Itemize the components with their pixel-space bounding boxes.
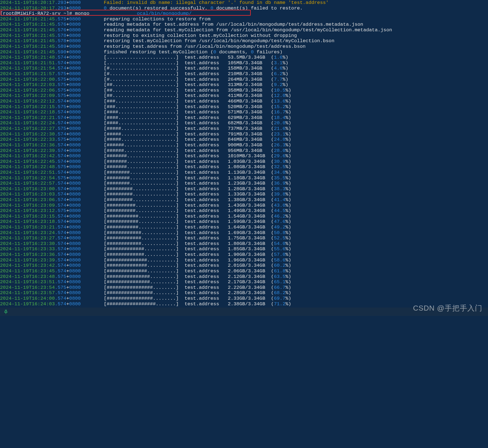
log-message: failures) [254, 49, 283, 55]
collection-name: test.address [184, 126, 228, 131]
timestamp-tz: 0800 [69, 71, 81, 77]
timestamp-tz: 0800 [69, 279, 81, 285]
log-number: 0 [213, 49, 216, 55]
progress-bar: [##############..........] [104, 268, 184, 274]
timestamp-tz: 0800 [69, 301, 81, 307]
progress-line: 2024-11-19T16:22:03.575+0800 [##........… [0, 82, 488, 88]
pct-close: %) [285, 219, 291, 224]
progress-bar: [#######.................] [104, 164, 184, 170]
pct-open: ( [271, 126, 274, 131]
progress-bar: [############............] [104, 241, 184, 246]
timestamp-ms: .574 [55, 159, 66, 164]
transfer-size: 1.80GB/3.34GB [228, 241, 271, 246]
progress-line: 2024-11-19T16:23:48.575+0800 [##########… [0, 274, 488, 280]
timestamp-plus: + [66, 258, 69, 263]
collection-name: test.address [184, 153, 228, 159]
collection-name: test.address [184, 104, 228, 109]
transfer-size: 105MB/3.34GB [228, 60, 271, 66]
collection-name: test.address [184, 274, 228, 279]
timestamp-ms: .575 [55, 274, 66, 279]
progress-bar: [###.....................] [104, 104, 184, 109]
log-message: document(s) restored successfully. [107, 6, 210, 11]
progress-bar: [##########..............] [104, 208, 184, 213]
timestamp-plus: + [66, 33, 69, 38]
pin-icon[interactable] [3, 309, 8, 314]
collection-name: test.address [184, 148, 228, 153]
progress-bar: [########................] [104, 181, 184, 186]
progress-line: 2024-11-19T16:23:57.574+0800 [##########… [0, 290, 488, 296]
timestamp-ms: .574 [55, 258, 66, 263]
percent-value: 52.5 [274, 235, 285, 241]
timestamp-plus: + [66, 208, 69, 213]
timestamp-plus: + [66, 55, 69, 60]
progress-bar: [#########...............] [104, 197, 184, 202]
progress-line: 2024-11-19T16:24:00.574+0800 [##########… [0, 296, 488, 301]
shell-prompt: [root@MiWiFi-RA72-srv ~]# [0, 11, 75, 16]
command-path: ocal/bin/mongodump/ [137, 11, 192, 16]
progress-bar: [#######.................] [104, 153, 184, 159]
pct-open: ( [271, 120, 274, 126]
timestamp-plus: + [66, 71, 69, 77]
timestamp-ms: .575 [55, 208, 66, 213]
timestamp-ms: .293 [55, 6, 66, 11]
collection-name: test.address [184, 219, 228, 224]
timestamp: 2024-11-19T16:22:00 [0, 77, 55, 82]
timestamp-tz: 0800 [69, 44, 81, 49]
command-prompt-line[interactable]: [root@MiWiFi-RA72-srv ~]# mongoocal/bin/… [0, 11, 488, 16]
progress-line: 2024-11-19T16:23:03.574+0800 [#########.… [0, 192, 488, 197]
timestamp-plus: + [66, 132, 69, 137]
pct-close: %) [285, 175, 291, 181]
timestamp: 2024-11-19T16:21:54 [0, 66, 55, 71]
timestamp: 2024-11-19T16:23:12 [0, 208, 55, 213]
timestamp: 2024-11-19T16:23:33 [0, 246, 55, 252]
log-line: 2024-11-19T16:20:17.293+0800 Failed: inv… [0, 0, 488, 6]
timestamp-ms: .578 [55, 33, 66, 38]
timestamp: 2024-11-19T16:22:03 [0, 82, 55, 87]
percent-value: 71.2 [274, 301, 285, 307]
timestamp-plus: + [66, 290, 69, 296]
log-message: finished restoring test.myCollection ( [104, 49, 213, 55]
pct-close: %) [285, 159, 291, 164]
terminal-output[interactable]: 2024-11-19T16:20:17.293+0800 Failed: inv… [0, 0, 488, 307]
progress-bar: [#############...........] [104, 246, 184, 252]
transfer-size: 1010MB/3.34GB [228, 153, 271, 159]
progress-bar: [###############.........] [104, 274, 184, 279]
progress-bar: [#####...................] [104, 137, 184, 142]
timestamp-tz: 0800 [69, 252, 81, 257]
timestamp: 2024-11-19T16:24:03 [0, 301, 55, 307]
timestamp-tz: 0800 [69, 208, 81, 213]
percent-value: 6.2 [274, 71, 283, 77]
progress-line: 2024-11-19T16:23:51.574+0800 [##########… [0, 279, 488, 285]
pct-close: %) [285, 208, 291, 213]
transfer-size: 1.75GB/3.34GB [228, 235, 271, 241]
timestamp-plus: + [66, 0, 69, 5]
timestamp-ms: .575 [55, 137, 66, 142]
timestamp-ms: .574 [55, 279, 66, 285]
progress-line: 2024-11-19T16:23:54.575+0800 [##########… [0, 285, 488, 290]
transfer-size: 210MB/3.34GB [228, 71, 271, 77]
pct-open: ( [271, 186, 274, 192]
transfer-size: 264MB/3.34GB [228, 77, 271, 82]
pct-open: ( [271, 66, 274, 71]
percent-value: 61.8 [274, 268, 285, 274]
timestamp: 2024-11-19T16:22:27 [0, 126, 55, 131]
timestamp-plus: + [66, 104, 69, 109]
timestamp-plus: + [66, 203, 69, 208]
timestamp: 2024-11-19T16:23:54 [0, 285, 55, 290]
transfer-size: 737MB/3.34GB [228, 126, 271, 131]
timestamp: 2024-11-19T16:22:33 [0, 137, 55, 142]
progress-bar: [####....................] [104, 120, 184, 126]
timestamp-ms: .574 [55, 235, 66, 241]
progress-line: 2024-11-19T16:21:48.574+0800 [..........… [0, 55, 488, 60]
timestamp-tz: 0800 [69, 82, 81, 87]
log-number: 0 [210, 6, 213, 11]
collection-name: test.address [184, 137, 228, 142]
pct-close: %) [283, 71, 288, 77]
pct-open: ( [271, 132, 274, 137]
timestamp-tz: 0800 [69, 77, 81, 82]
timestamp-plus: + [66, 126, 69, 131]
pct-open: ( [271, 258, 274, 263]
pct-close: %) [285, 137, 291, 142]
pct-close: %) [285, 148, 291, 153]
timestamp-ms: .590 [55, 49, 66, 55]
